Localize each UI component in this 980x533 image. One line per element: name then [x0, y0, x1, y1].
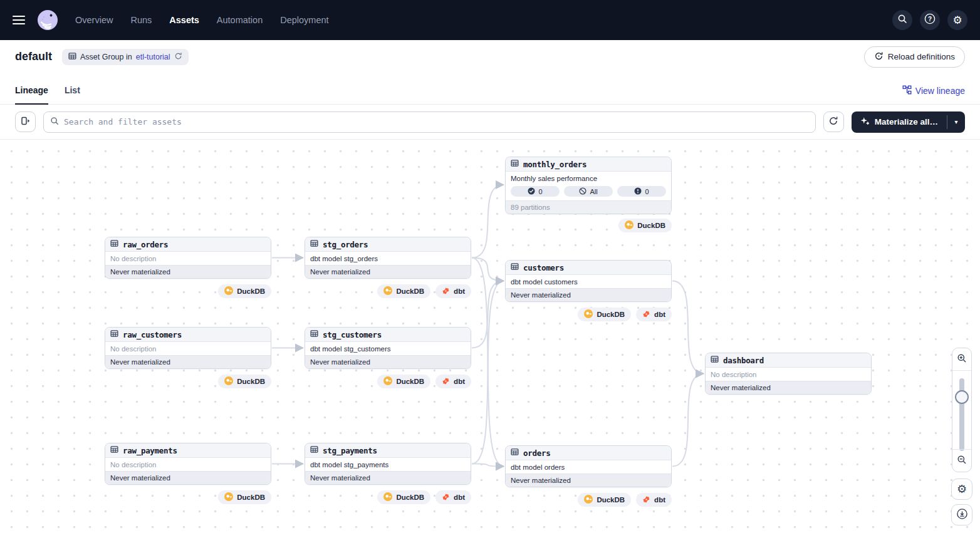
- refresh-button[interactable]: [823, 111, 844, 132]
- zoom-out-button[interactable]: [952, 449, 971, 472]
- reload-definitions-button[interactable]: Reload definitions: [864, 46, 965, 68]
- materialize-dropdown-button[interactable]: ▾: [947, 111, 965, 133]
- asset-node-raw_orders[interactable]: raw_orders No descriptionNever materiali…: [105, 237, 271, 279]
- asset-description: No description: [105, 252, 271, 265]
- duckdb-icon: [383, 286, 392, 296]
- asset-node-header: orders: [506, 446, 671, 460]
- lineage-canvas[interactable]: monthly_orders Monthly sales performance…: [0, 140, 980, 532]
- dbt-icon: [442, 377, 450, 386]
- search-icon: [50, 116, 59, 128]
- asset-node-header: stg_customers: [305, 328, 471, 342]
- asset-description: No description: [105, 458, 271, 471]
- open-panel-icon: [21, 116, 31, 128]
- asset-node-header: raw_customers: [105, 328, 271, 342]
- asset-node-stg_customers[interactable]: stg_customers dbt model stg_customersNev…: [305, 327, 471, 369]
- download-icon: [956, 508, 968, 522]
- materialize-all-button[interactable]: Materialize all…: [852, 111, 947, 133]
- nav-item-overview[interactable]: Overview: [75, 15, 113, 25]
- nav-item-assets[interactable]: Assets: [169, 15, 199, 25]
- asset-footer-status: 89 partitions: [506, 200, 671, 214]
- status-badge[interactable]: All: [564, 186, 613, 197]
- materialized-count-icon: [528, 187, 535, 196]
- tab-list[interactable]: List: [65, 85, 80, 104]
- asset-node-customers[interactable]: customers dbt model customersNever mater…: [505, 260, 672, 302]
- asset-tags-monthly_orders: DuckDB: [505, 219, 672, 232]
- tab-lineage[interactable]: Lineage: [15, 85, 48, 104]
- asset-search: [43, 111, 816, 133]
- asset-name: raw_customers: [123, 330, 182, 339]
- asset-description: dbt model stg_customers: [305, 342, 471, 355]
- settings-button[interactable]: ⚙: [947, 10, 967, 30]
- asset-name: stg_orders: [323, 240, 368, 249]
- table-icon: [110, 329, 118, 339]
- asset-name: orders: [523, 448, 550, 458]
- nav-item-runs[interactable]: Runs: [130, 15, 152, 25]
- failed-count-icon: [634, 187, 642, 196]
- asset-node-raw_payments[interactable]: raw_payments No descriptionNever materia…: [105, 443, 271, 485]
- search-input[interactable]: [64, 117, 809, 127]
- nav-item-automation[interactable]: Automation: [217, 15, 263, 25]
- search-icon: [897, 14, 907, 26]
- view-lineage-link[interactable]: View lineage: [902, 85, 965, 104]
- status-badge[interactable]: 0: [511, 186, 560, 197]
- asset-name: raw_orders: [123, 240, 168, 249]
- gear-icon: ⚙: [952, 15, 962, 26]
- gear-icon: ⚙: [957, 484, 967, 495]
- zoom-slider-track[interactable]: [959, 378, 964, 451]
- search-button[interactable]: [892, 10, 912, 30]
- code-location-link[interactable]: etl-tutorial: [136, 53, 170, 61]
- table-icon: [310, 239, 318, 249]
- tag-dbt[interactable]: dbt: [435, 284, 471, 298]
- download-view-button[interactable]: [951, 504, 972, 525]
- status-badge[interactable]: 0: [617, 186, 666, 197]
- asset-description: dbt model stg_payments: [305, 458, 471, 471]
- asset-name: monthly_orders: [523, 160, 586, 169]
- tag-duckdb[interactable]: DuckDB: [377, 490, 430, 504]
- tag-dbt[interactable]: dbt: [435, 490, 471, 504]
- asset-description: dbt model customers: [506, 275, 671, 288]
- asset-node-monthly_orders[interactable]: monthly_orders Monthly sales performance…: [505, 157, 672, 214]
- asset-node-header: raw_payments: [105, 443, 271, 458]
- zoom-in-button[interactable]: [952, 348, 971, 371]
- asset-name: dashboard: [723, 356, 764, 365]
- tag-duckdb[interactable]: DuckDB: [578, 308, 631, 321]
- tag-duckdb[interactable]: DuckDB: [377, 375, 430, 388]
- tag-duckdb[interactable]: DuckDB: [377, 284, 430, 298]
- asset-node-raw_customers[interactable]: raw_customers No descriptionNever materi…: [105, 327, 271, 369]
- toggle-sidebar-button[interactable]: [15, 111, 36, 132]
- asset-description: Monthly sales performance: [506, 172, 671, 185]
- tag-dbt[interactable]: dbt: [636, 493, 672, 507]
- help-button[interactable]: ?: [920, 10, 940, 30]
- table-icon: [511, 159, 519, 169]
- zoom-slider-handle[interactable]: [955, 390, 969, 404]
- nav-item-deployment[interactable]: Deployment: [280, 15, 328, 25]
- asset-tags-stg_orders: DuckDB dbt: [305, 284, 471, 298]
- sparkle-icon: [860, 116, 870, 128]
- tag-duckdb[interactable]: DuckDB: [218, 490, 271, 504]
- asset-node-orders[interactable]: orders dbt model ordersNever materialize…: [505, 445, 672, 487]
- asset-name: stg_customers: [323, 330, 382, 339]
- tag-duckdb[interactable]: DuckDB: [618, 219, 672, 232]
- asset-node-header: dashboard: [706, 353, 871, 368]
- tag-dbt[interactable]: dbt: [435, 375, 471, 388]
- duckdb-icon: [224, 376, 233, 386]
- tag-duckdb[interactable]: DuckDB: [218, 284, 271, 298]
- asset-footer-status: Never materialized: [506, 288, 671, 301]
- dagster-logo[interactable]: [36, 9, 59, 31]
- hamburger-menu-icon[interactable]: [13, 16, 25, 24]
- tag-dbt[interactable]: dbt: [636, 308, 672, 321]
- asset-node-stg_payments[interactable]: stg_payments dbt model stg_paymentsNever…: [305, 443, 471, 485]
- asset-footer-status: Never materialized: [305, 265, 471, 278]
- asset-node-dashboard[interactable]: dashboard No descriptionNever materializ…: [705, 353, 872, 395]
- dbt-icon: [642, 495, 650, 505]
- tag-duckdb[interactable]: DuckDB: [578, 493, 631, 507]
- table-icon: [511, 262, 519, 272]
- tag-duckdb[interactable]: DuckDB: [218, 375, 271, 388]
- asset-footer-status: Never materialized: [506, 473, 671, 487]
- graph-settings-button[interactable]: ⚙: [951, 479, 972, 500]
- asset-node-stg_orders[interactable]: stg_orders dbt model stg_ordersNever mat…: [305, 237, 471, 279]
- asset-name: raw_payments: [123, 446, 177, 455]
- graph-toolbar: Materialize all… ▾: [0, 105, 980, 140]
- primary-nav: Overview Runs Assets Automation Deployme…: [75, 15, 329, 25]
- asset-footer-status: Never materialized: [305, 355, 471, 368]
